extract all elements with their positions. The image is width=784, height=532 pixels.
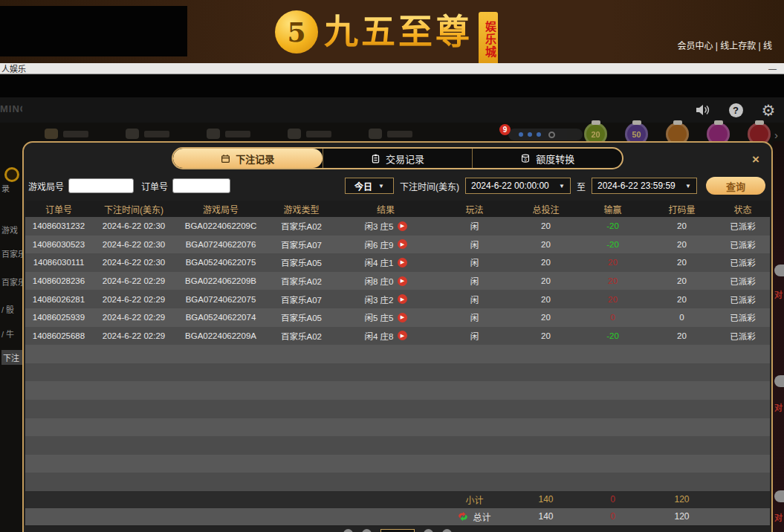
date-range-select[interactable]: 今日 ▼ bbox=[345, 178, 394, 194]
play-replay-icon[interactable]: ▶ bbox=[398, 239, 407, 249]
cell-order-no: 14086025688 bbox=[25, 331, 92, 340]
total-label: 总计 bbox=[473, 510, 490, 523]
cell-total-bet: 20 bbox=[514, 276, 577, 285]
sidebar-item-fragment[interactable]: 录 bbox=[1, 182, 10, 194]
chevron-right-icon[interactable]: › bbox=[774, 129, 778, 141]
sidebar-item-fragment[interactable]: / 骰 bbox=[1, 303, 14, 315]
page-first-button[interactable] bbox=[343, 529, 353, 532]
bet-time-label: 下注时间(美东) bbox=[400, 180, 459, 192]
cell-result: 闲6 庄9▶ bbox=[337, 239, 435, 250]
result-text: 闲3 庄2 bbox=[365, 293, 394, 305]
notice-pill[interactable] bbox=[508, 129, 583, 140]
chevron-down-icon: ▼ bbox=[685, 183, 691, 189]
cell-game-type: 百家乐A02 bbox=[266, 220, 337, 232]
cell-order-no: 14086030523 bbox=[25, 240, 92, 249]
play-replay-icon[interactable]: ▶ bbox=[398, 294, 407, 304]
play-replay-icon[interactable]: ▶ bbox=[398, 258, 407, 267]
tab-label: 下注记录 bbox=[236, 152, 274, 166]
to-label: 至 bbox=[577, 180, 586, 192]
sidebar-fragments: 录游戏百家乐百家乐/ 骰/ 牛下注 bbox=[0, 145, 22, 383]
tab-bet-records[interactable]: 下注记录 bbox=[173, 149, 323, 168]
lobby-nav-item[interactable] bbox=[45, 129, 88, 139]
sidebar-item-fragment[interactable]: 百家乐 bbox=[1, 276, 22, 288]
cell-total-bet: 20 bbox=[514, 240, 577, 249]
brand-header: 5 九五至尊 娱乐城 会员中心 | 线上存款 | 线 bbox=[0, 0, 784, 63]
cell-bet-time: 2024-6-22 02:29 bbox=[92, 295, 175, 304]
time-from-value: 2024-6-22 00:00:00 bbox=[471, 181, 549, 191]
window-title: 人娱乐 bbox=[1, 62, 26, 74]
clipboard-icon bbox=[371, 154, 380, 163]
cell-turnover: 20 bbox=[648, 240, 716, 249]
cell-order-no: 14086025939 bbox=[25, 313, 92, 322]
play-replay-icon[interactable]: ▶ bbox=[398, 313, 407, 322]
lobby-nav-item[interactable] bbox=[126, 129, 169, 139]
subtotal-win-loss: 0 bbox=[577, 494, 648, 505]
cell-result: 闲4 庄8▶ bbox=[337, 330, 435, 342]
records-modal: 下注记录 交易记录 bbox=[22, 141, 773, 532]
cell-result: 闲5 庄5▶ bbox=[337, 311, 435, 323]
lobby-nav-item[interactable] bbox=[288, 129, 331, 139]
search-button[interactable]: 查询 bbox=[706, 177, 765, 195]
game-round-input[interactable] bbox=[68, 178, 134, 193]
cell-total-bet: 20 bbox=[514, 313, 577, 322]
page-number-input[interactable] bbox=[380, 529, 415, 532]
cell-total-bet: 20 bbox=[514, 295, 577, 304]
cell-play-type: 闲 bbox=[435, 239, 514, 250]
cell-result: 闲3 庄2▶ bbox=[337, 293, 435, 305]
calendar-icon bbox=[221, 154, 230, 163]
play-replay-icon[interactable]: ▶ bbox=[398, 276, 407, 286]
total-row: 总计 140 0 120 bbox=[25, 508, 770, 525]
coin-icon bbox=[4, 167, 19, 182]
tab-transaction-records[interactable]: 交易记录 bbox=[323, 149, 473, 168]
cell-round-no: BGA0224062209A bbox=[175, 331, 266, 340]
cell-game-type: 百家乐A05 bbox=[266, 256, 337, 268]
time-from-select[interactable]: 2024-6-22 00:00:00 ▼ bbox=[465, 178, 571, 194]
tab-credit-transfer[interactable]: 0 额度转换 bbox=[472, 149, 622, 168]
column-header: 玩法 bbox=[435, 203, 514, 215]
cell-win-loss: 20 bbox=[577, 258, 648, 267]
cell-order-no: 14086031232 bbox=[25, 221, 92, 230]
pagination bbox=[24, 526, 771, 532]
subtotal-turnover: 120 bbox=[648, 494, 716, 505]
close-icon[interactable]: × bbox=[752, 153, 759, 166]
time-to-select[interactable]: 2024-6-22 23:59:59 ▼ bbox=[592, 178, 697, 194]
lobby-nav-item[interactable] bbox=[207, 129, 250, 139]
cell-game-type: 百家乐A07 bbox=[266, 293, 337, 305]
page-prev-button[interactable] bbox=[362, 529, 372, 532]
cell-round-no: BGA0224062209B bbox=[175, 276, 266, 285]
sidebar-item-fragment[interactable]: / 牛 bbox=[1, 328, 14, 340]
order-no-input[interactable] bbox=[172, 178, 230, 193]
cell-status: 已派彩 bbox=[716, 256, 770, 268]
help-icon[interactable]: ? bbox=[728, 102, 744, 118]
play-replay-icon[interactable]: ▶ bbox=[398, 221, 407, 231]
cell-game-type: 百家乐A02 bbox=[266, 330, 337, 342]
chip-tab bbox=[714, 120, 723, 125]
cell-win-loss: -20 bbox=[577, 221, 648, 230]
lobby-fragment-blob bbox=[774, 490, 784, 502]
sidebar-item-fragment[interactable]: 百家乐 bbox=[1, 247, 22, 259]
page-next-button[interactable] bbox=[424, 529, 433, 532]
result-text: 闲4 庄8 bbox=[365, 330, 394, 342]
gear-icon[interactable]: ⚙ bbox=[760, 102, 777, 118]
chip-value: 50 bbox=[632, 130, 641, 139]
empty-row bbox=[25, 455, 770, 473]
sidebar-item-fragment[interactable]: 下注 bbox=[1, 350, 22, 365]
empty-row bbox=[25, 381, 770, 400]
play-replay-icon[interactable]: ▶ bbox=[398, 331, 407, 340]
speaker-icon[interactable] bbox=[695, 102, 711, 118]
cell-play-type: 闲 bbox=[435, 220, 514, 232]
sidebar-item-fragment[interactable]: 游戏 bbox=[1, 224, 18, 236]
lobby-nav-item[interactable] bbox=[369, 129, 412, 139]
subtotal-label: 小计 bbox=[435, 493, 514, 506]
chevron-down-icon: ▼ bbox=[559, 183, 565, 189]
cell-turnover: 20 bbox=[648, 258, 716, 267]
cell-win-loss: 20 bbox=[577, 276, 648, 285]
minimize-button[interactable]: — bbox=[768, 64, 777, 73]
cell-game-type: 百家乐A02 bbox=[266, 275, 337, 287]
tab-label: 额度转换 bbox=[536, 152, 574, 166]
member-links[interactable]: 会员中心 | 线上存款 | 线 bbox=[677, 39, 772, 51]
chip-tab bbox=[673, 120, 682, 125]
page-last-button[interactable] bbox=[442, 529, 452, 532]
lobby-fragment-blob bbox=[774, 265, 784, 276]
empty-row bbox=[25, 473, 770, 491]
